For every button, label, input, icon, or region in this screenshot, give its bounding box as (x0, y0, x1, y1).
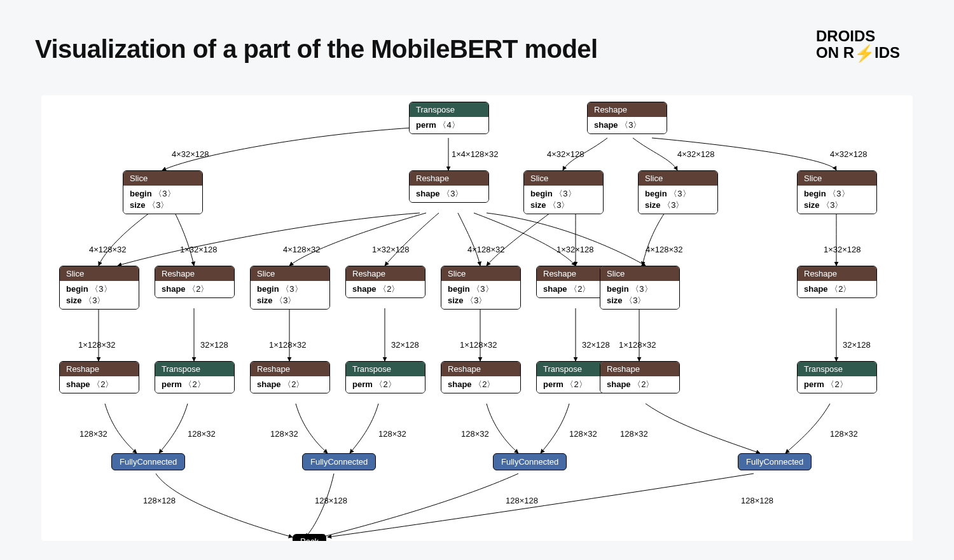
node-reshape: Reshape shape 〈2〉 (59, 361, 139, 393)
edge-label: 4×128×32 (467, 245, 505, 254)
brand-logo: DROIDS ON R⚡IDS (816, 29, 900, 60)
node-slice: Slice begin 〈3〉size 〈3〉 (441, 266, 521, 310)
edge-label: 1×32×128 (372, 245, 410, 254)
node-fullyconnected: FullyConnected (302, 453, 376, 470)
edge-label: 4×32×128 (172, 149, 209, 159)
node-slice: Slice begin 〈3〉size 〈3〉 (523, 170, 604, 214)
node-pack: Pack (293, 534, 326, 541)
edge-label: 128×128 (315, 496, 347, 505)
edge-label: 128×32 (461, 429, 489, 439)
edge-label: 1×4×128×32 (452, 149, 498, 159)
node-reshape: Reshape shape 〈2〉 (250, 361, 330, 393)
node-fullyconnected: FullyConnected (493, 453, 567, 470)
edge-label: 128×32 (378, 429, 406, 439)
edge-label: 1×128×32 (269, 340, 307, 350)
edge-label: 4×32×128 (677, 149, 715, 159)
edge-label: 1×32×128 (180, 245, 218, 254)
node-reshape: Reshape shape 〈2〉 (441, 361, 521, 393)
edge-label: 128×128 (143, 496, 176, 505)
edge-label: 1×128×32 (460, 340, 497, 350)
edge-label: 1×128×32 (619, 340, 656, 350)
edge-label: 128×32 (620, 429, 648, 439)
edges-svg (41, 95, 913, 541)
edge-label: 4×128×32 (283, 245, 321, 254)
node-reshape: Reshape shape 〈3〉 (587, 102, 667, 134)
edge-label: 4×128×32 (89, 245, 127, 254)
edge-label: 4×128×32 (646, 245, 683, 254)
node-reshape: Reshape shape 〈2〉 (155, 266, 235, 298)
node-fullyconnected: FullyConnected (738, 453, 812, 470)
node-transpose: Transpose perm 〈4〉 (409, 102, 489, 134)
edge-label: 4×32×128 (547, 149, 584, 159)
edge-label: 128×128 (506, 496, 538, 505)
diagram-canvas: Transpose perm 〈4〉 Reshape shape 〈3〉 Sli… (41, 95, 913, 541)
node-slice: Slice begin 〈3〉size 〈3〉 (797, 170, 877, 214)
page-title: Visualization of a part of the MobileBER… (35, 35, 598, 64)
node-fullyconnected: FullyConnected (111, 453, 185, 470)
node-transpose: Transpose perm 〈2〉 (797, 361, 877, 393)
edge-label: 1×32×128 (824, 245, 861, 254)
node-reshape: Reshape shape 〈2〉 (797, 266, 877, 298)
node-slice: Slice begin 〈3〉size 〈3〉 (638, 170, 718, 214)
node-slice: Slice begin 〈3〉size 〈3〉 (123, 170, 203, 214)
node-transpose: Transpose perm 〈2〉 (345, 361, 425, 393)
node-reshape: Reshape shape 〈2〉 (345, 266, 425, 298)
edge-label: 128×32 (270, 429, 298, 439)
node-transpose: Transpose perm 〈2〉 (155, 361, 235, 393)
edge-label: 128×128 (741, 496, 773, 505)
edge-label: 1×32×128 (556, 245, 594, 254)
node-slice: Slice begin 〈3〉size 〈3〉 (59, 266, 139, 310)
edge-label: 128×32 (830, 429, 858, 439)
node-slice: Slice begin 〈3〉size 〈3〉 (600, 266, 680, 310)
node-slice: Slice begin 〈3〉size 〈3〉 (250, 266, 330, 310)
node-reshape: Reshape shape 〈3〉 (409, 170, 489, 203)
edge-label: 32×128 (200, 340, 228, 350)
edge-label: 32×128 (391, 340, 419, 350)
node-reshape: Reshape shape 〈2〉 (600, 361, 680, 393)
edge-label: 32×128 (582, 340, 610, 350)
edge-label: 128×32 (80, 429, 107, 439)
edge-label: 4×32×128 (830, 149, 868, 159)
edge-label: 128×32 (569, 429, 597, 439)
edge-label: 32×128 (843, 340, 871, 350)
edge-label: 1×128×32 (78, 340, 116, 350)
edge-label: 128×32 (188, 429, 216, 439)
